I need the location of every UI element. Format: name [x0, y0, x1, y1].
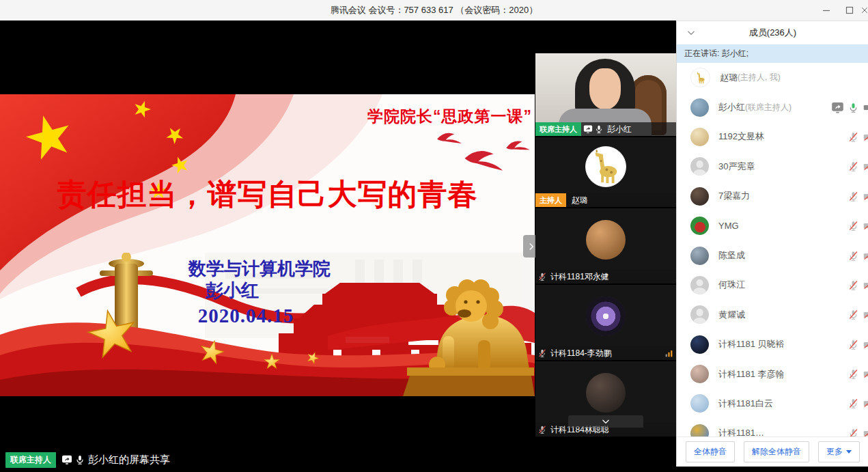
member-row[interactable]: 7梁嘉力: [677, 182, 868, 211]
member-name: 7梁嘉力: [718, 190, 750, 202]
member-status-icons: [848, 220, 868, 232]
mic-muted-icon: [848, 220, 859, 232]
member-row[interactable]: 赵璐 (主持人, 我): [677, 63, 868, 92]
member-list: 赵璐 (主持人, 我) 彭小红 (联席主持人) 1192文昱林 30严宪章 7梁…: [677, 63, 868, 437]
member-row[interactable]: 黄耀诚: [677, 300, 868, 329]
mic-icon: [74, 454, 85, 465]
member-avatar: [690, 394, 709, 413]
member-row[interactable]: 彭小红 (联席主持人): [677, 92, 868, 122]
camera-off-icon: [863, 279, 868, 291]
role-badge: 主持人: [535, 193, 566, 207]
camera-off-icon: [863, 339, 868, 350]
video-tile[interactable]: 计科1181邓永健: [535, 208, 676, 283]
participant-name: 彭小红: [607, 124, 632, 135]
mic-muted-icon: [848, 191, 859, 202]
mic-muted-icon: [537, 272, 547, 281]
participant-avatar: [585, 146, 626, 187]
participant-avatar: [586, 220, 626, 260]
member-name: 赵璐: [720, 72, 738, 84]
member-status-icons: [848, 398, 868, 409]
role-badge: 联席主持人: [535, 122, 581, 136]
video-tile[interactable]: 计科1184林聪聪: [535, 361, 676, 436]
member-row[interactable]: 30严宪章: [677, 152, 868, 181]
member-row[interactable]: 何珠江: [677, 270, 868, 300]
mic-muted-icon: [848, 368, 859, 380]
member-avatar: [690, 305, 709, 324]
member-status-icons: [848, 191, 868, 202]
members-panel: 成员(236人) 正在讲话: 彭小红; 赵璐 (主持人, 我) 彭小红 (联席主…: [676, 21, 868, 467]
caret-down-icon: [846, 450, 852, 454]
video-tile[interactable]: 计科1184-李劲鹏: [535, 285, 676, 360]
member-row[interactable]: 计科1181…: [677, 419, 868, 437]
screen-share-icon: [831, 101, 844, 114]
camera-off-icon: [863, 250, 868, 262]
participant-name: 计科1181邓永健: [550, 271, 609, 283]
member-row[interactable]: 1192文昱林: [677, 122, 868, 152]
video-strip: 联席主持人 彭小红 主持人 赵璐 计科1181邓永健 计科1184-李劲鹏: [535, 20, 676, 472]
member-avatar: [690, 247, 709, 265]
minimize-button[interactable]: [815, 0, 838, 20]
video-tile[interactable]: 主持人 赵璐: [535, 137, 676, 207]
video-tile[interactable]: 联席主持人 彭小红: [535, 53, 676, 136]
more-button[interactable]: 更多: [818, 441, 860, 462]
camera-off-icon: [863, 398, 868, 409]
member-row[interactable]: 陈坚成: [677, 240, 868, 270]
mic-on-icon: [848, 102, 859, 113]
mic-muted-icon: [537, 425, 547, 434]
members-panel-title: 成员(236人): [749, 27, 796, 39]
maximize-icon: [845, 6, 854, 14]
video-person-face: [589, 68, 621, 109]
close-button[interactable]: [861, 0, 868, 20]
window-titlebar: 腾讯会议 会议号：757 633 617 （会议密码：2020）: [0, 0, 868, 21]
member-name: 何珠江: [718, 279, 745, 291]
member-row[interactable]: 计科1181白云: [677, 389, 868, 418]
member-avatar: [690, 276, 709, 294]
member-row[interactable]: 计科1181 贝晓裕: [677, 330, 868, 359]
member-avatar: [690, 98, 709, 117]
mic-muted-icon: [848, 161, 859, 172]
share-status-icons: [61, 454, 85, 465]
member-avatar: [690, 128, 709, 146]
mic-muted-icon: [537, 348, 547, 358]
signal-icon: [664, 349, 673, 358]
member-row[interactable]: 计科1181 李彦翰: [677, 359, 868, 389]
mic-muted-icon: [848, 339, 859, 350]
member-avatar: [690, 157, 709, 176]
video-tile-label: 计科1184-李劲鹏: [535, 346, 676, 360]
member-suffix: (联席主持人): [745, 102, 792, 113]
now-speaking-banner: 正在讲话: 彭小红;: [677, 44, 868, 63]
camera-off-icon: [863, 191, 868, 202]
members-panel-footer: 全体静音 解除全体静音 更多: [677, 436, 868, 467]
slide-title: 责任担当，谱写自己大写的青春: [0, 175, 535, 214]
mic-muted-icon: [848, 250, 859, 262]
member-avatar: [690, 365, 709, 383]
member-status-icons: [848, 279, 868, 291]
mute-all-button[interactable]: 全体静音: [686, 441, 735, 462]
member-status-icons: [848, 339, 868, 350]
tile-label-icons: [537, 425, 547, 434]
participant-name: 计科1184-李劲鹏: [550, 348, 612, 359]
member-status-icons: [848, 250, 868, 262]
minimize-icon: [822, 6, 830, 14]
cohost-badge: 联席主持人: [5, 452, 56, 468]
collapse-strip-button[interactable]: [568, 415, 643, 428]
member-name: 彭小红: [718, 101, 745, 113]
collapse-panel-button[interactable]: [686, 28, 696, 38]
tile-label-icons: [537, 272, 547, 281]
camera-off-icon: [863, 428, 868, 437]
member-avatar: [690, 335, 709, 354]
member-name: 计科1181白云: [718, 398, 773, 410]
tile-label-icons: [537, 348, 547, 358]
maximize-button[interactable]: [838, 0, 861, 20]
slide-department: 数学与计算机学院: [102, 257, 417, 281]
unmute-all-button[interactable]: 解除全体静音: [744, 441, 809, 462]
member-row[interactable]: YMG: [677, 211, 868, 240]
member-avatar: [690, 187, 709, 206]
camera-off-icon: [863, 220, 868, 232]
member-status-icons: [831, 101, 868, 114]
slide-date: 2020.04.15: [89, 305, 403, 327]
window-controls: [815, 0, 868, 20]
member-avatar: [690, 68, 710, 87]
video-tile-label: 计科1181邓永健: [535, 270, 676, 283]
member-name: 黄耀诚: [718, 309, 745, 321]
